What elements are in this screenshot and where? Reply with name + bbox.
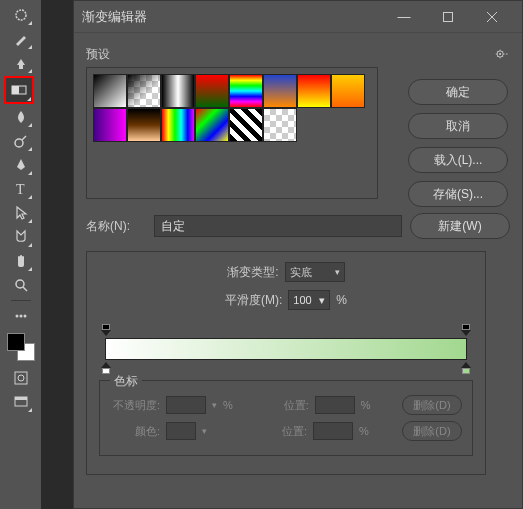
opacity-label: 不透明度:: [110, 398, 160, 413]
svg-rect-2: [12, 86, 19, 94]
svg-point-5: [16, 280, 24, 288]
save-button[interactable]: 存储(S)...: [408, 181, 508, 207]
preset-swatch[interactable]: [93, 74, 127, 108]
opacity-position-input[interactable]: [315, 396, 355, 414]
gradient-type-label: 渐变类型:: [227, 264, 278, 281]
svg-point-8: [23, 315, 26, 318]
svg-rect-13: [444, 12, 453, 21]
color-position-label: 位置:: [257, 424, 307, 439]
tool-blur[interactable]: [9, 106, 33, 128]
new-button[interactable]: 新建(W): [410, 213, 510, 239]
presets-grid: [86, 67, 378, 199]
presets-label: 预设: [86, 46, 492, 63]
tool-quickmask[interactable]: [9, 367, 33, 389]
preset-swatch[interactable]: [297, 74, 331, 108]
tool-spot-healing[interactable]: [9, 4, 33, 26]
color-label: 颜色:: [110, 424, 160, 439]
opacity-stop-left[interactable]: [101, 326, 111, 336]
load-button[interactable]: 载入(L)...: [408, 147, 508, 173]
tool-type[interactable]: T: [9, 178, 33, 200]
color-stop-right[interactable]: [461, 362, 471, 372]
ok-button[interactable]: 确定: [408, 79, 508, 105]
preset-swatch[interactable]: [93, 108, 127, 142]
smoothness-label: 平滑度(M):: [225, 292, 282, 309]
opacity-stop-right[interactable]: [461, 326, 471, 336]
tool-hand[interactable]: [9, 250, 33, 272]
name-label: 名称(N):: [86, 218, 146, 235]
delete-color-button[interactable]: 删除(D): [402, 421, 462, 441]
preset-swatch[interactable]: [229, 74, 263, 108]
percent-label: %: [336, 293, 347, 307]
tool-zoom[interactable]: [9, 274, 33, 296]
stops-group-label: 色标: [110, 373, 142, 390]
delete-opacity-button[interactable]: 删除(D): [402, 395, 462, 415]
titlebar: 渐变编辑器 —: [74, 1, 522, 33]
foreground-color-swatch[interactable]: [7, 333, 25, 351]
dialog-title: 渐变编辑器: [82, 8, 382, 26]
tool-edit-toolbar[interactable]: [9, 305, 33, 327]
cancel-button[interactable]: 取消: [408, 113, 508, 139]
smoothness-input[interactable]: 100▾: [288, 290, 330, 310]
svg-point-15: [499, 53, 501, 55]
tool-screenmode[interactable]: [9, 391, 33, 413]
preset-swatch[interactable]: [263, 74, 297, 108]
preset-swatch[interactable]: [263, 108, 297, 142]
gradient-type-select[interactable]: 实底▾: [285, 262, 345, 282]
svg-rect-9: [15, 372, 27, 384]
svg-point-7: [19, 315, 22, 318]
tools-panel: T: [0, 0, 42, 509]
presets-menu-button[interactable]: [492, 45, 510, 63]
opacity-position-label: 位置:: [259, 398, 309, 413]
color-position-input[interactable]: [313, 422, 353, 440]
gradient-editor-dialog: 渐变编辑器 — 预设 确定 取消 载入(L).: [73, 0, 523, 509]
preset-swatch[interactable]: [127, 108, 161, 142]
name-input[interactable]: [154, 215, 402, 237]
svg-text:T: T: [16, 182, 25, 197]
tool-gradient[interactable]: [4, 76, 34, 104]
preset-swatch[interactable]: [331, 74, 365, 108]
minimize-button[interactable]: —: [382, 2, 426, 32]
color-swatch-input[interactable]: [166, 422, 196, 440]
preset-swatch[interactable]: [127, 74, 161, 108]
preset-swatch[interactable]: [229, 108, 263, 142]
preset-swatch[interactable]: [195, 108, 229, 142]
tool-pen[interactable]: [9, 154, 33, 176]
color-stop-left[interactable]: [101, 362, 111, 372]
svg-point-10: [18, 375, 24, 381]
tool-path-select[interactable]: [9, 202, 33, 224]
color-swatches[interactable]: [7, 333, 35, 361]
tool-brush[interactable]: [9, 28, 33, 50]
tool-clone-stamp[interactable]: [9, 52, 33, 74]
gradient-bar[interactable]: [105, 338, 467, 360]
gradient-editor-panel: 渐变类型: 实底▾ 平滑度(M): 100▾ % 色标: [86, 251, 486, 475]
opacity-input[interactable]: [166, 396, 206, 414]
maximize-button[interactable]: [426, 2, 470, 32]
gradient-preview-area: [99, 326, 473, 372]
preset-swatch[interactable]: [195, 74, 229, 108]
preset-swatch[interactable]: [161, 74, 195, 108]
close-button[interactable]: [470, 2, 514, 32]
preset-swatch[interactable]: [161, 108, 195, 142]
svg-point-3: [15, 139, 23, 147]
svg-point-6: [15, 315, 18, 318]
svg-point-0: [16, 10, 26, 20]
svg-rect-12: [15, 397, 27, 400]
tool-shape[interactable]: [9, 226, 33, 248]
tool-dodge[interactable]: [9, 130, 33, 152]
